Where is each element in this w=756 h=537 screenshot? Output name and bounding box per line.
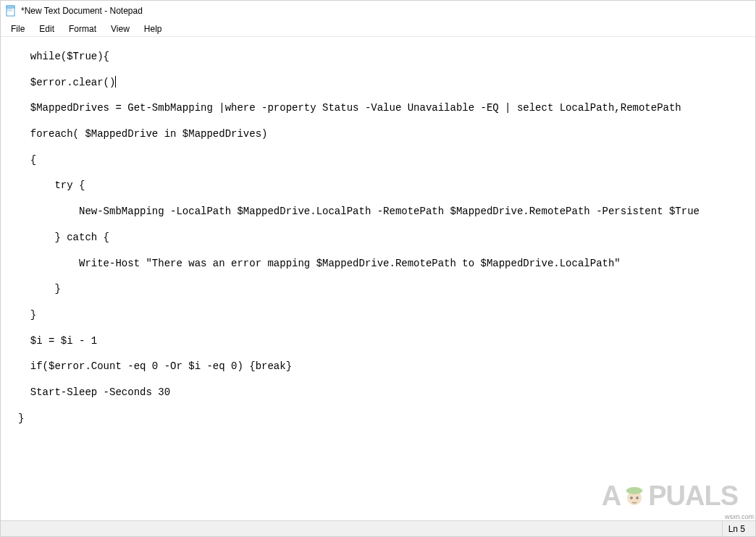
status-line-number: Ln 5 xyxy=(722,521,751,536)
svg-rect-1 xyxy=(7,6,14,8)
window-title: *New Text Document - Notepad xyxy=(21,6,143,16)
menu-view[interactable]: View xyxy=(104,22,137,35)
status-bar: Ln 5 xyxy=(1,520,755,536)
source-attribution: wsxn.com xyxy=(725,513,754,520)
notepad-icon xyxy=(5,5,17,17)
menu-file[interactable]: File xyxy=(4,22,32,35)
menu-format[interactable]: Format xyxy=(62,22,104,35)
menu-help[interactable]: Help xyxy=(137,22,169,35)
text-editor[interactable]: while($True){ $error.clear() $MappedDriv… xyxy=(1,37,755,520)
menu-bar: File Edit Format View Help xyxy=(1,21,755,37)
title-bar: *New Text Document - Notepad xyxy=(1,1,755,21)
menu-edit[interactable]: Edit xyxy=(32,22,62,35)
